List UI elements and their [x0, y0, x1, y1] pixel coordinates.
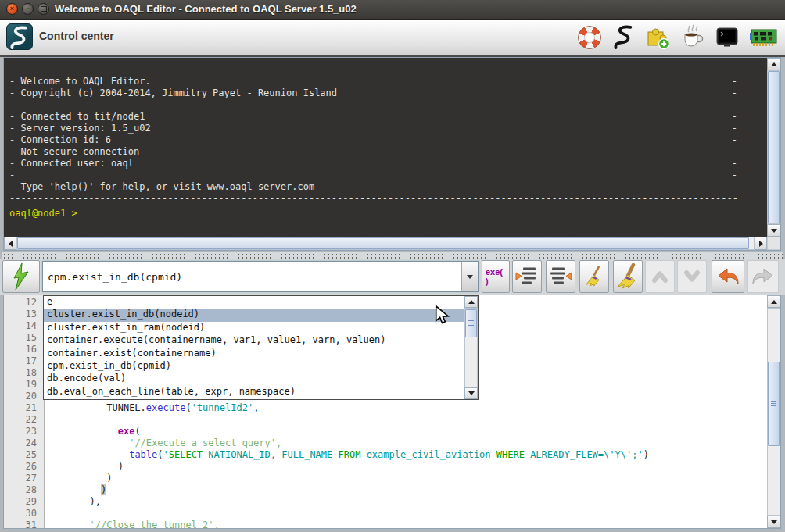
- scroll-up-arrow-icon[interactable]: [767, 58, 780, 70]
- autocomplete-item[interactable]: e: [44, 296, 464, 309]
- coffee-cup-icon: [679, 24, 704, 49]
- line-number: 14: [4, 320, 44, 332]
- autocomplete-item[interactable]: container.exist(containername): [44, 348, 464, 360]
- scroll-up-arrow-icon[interactable]: [767, 295, 780, 308]
- broom-small-icon: [582, 265, 606, 288]
- redo-button[interactable]: [747, 260, 779, 293]
- oaql-snake-logo-icon: [6, 23, 33, 50]
- autocomplete-item[interactable]: container.execute(containername, var1, v…: [44, 334, 464, 347]
- run-button[interactable]: [2, 260, 40, 293]
- chevron-up-icon: [649, 266, 671, 287]
- line-number: 25: [4, 449, 44, 461]
- line-number: 18: [4, 367, 44, 379]
- scroll-down-arrow-icon[interactable]: [767, 224, 780, 237]
- autocomplete-item[interactable]: cluster.exist_in_ram(nodeid): [44, 322, 464, 334]
- format-right-icon: [549, 266, 572, 287]
- line-number: 20: [4, 391, 44, 402]
- puzzle-plus-icon: [645, 24, 670, 49]
- line-number: 15: [4, 332, 44, 344]
- terminal-line: ----------------------------------------…: [9, 193, 737, 205]
- format-indent-right-button[interactable]: [546, 260, 575, 293]
- window-title: Welcome to OAQL Editor - Connected to OA…: [55, 3, 357, 15]
- minimize-button[interactable]: −: [22, 3, 34, 15]
- line-number: 16: [4, 344, 44, 355]
- memory-module-icon: [749, 24, 779, 49]
- terminal-line: --: [9, 170, 737, 181]
- screen-icon: [715, 24, 740, 49]
- line-number: 24: [4, 437, 44, 449]
- undo-button[interactable]: [712, 260, 744, 293]
- command-input[interactable]: [43, 262, 461, 291]
- terminal-line: --: [9, 99, 737, 111]
- line-number: 12: [4, 297, 44, 309]
- java-console-button[interactable]: [679, 24, 705, 51]
- terminal-line: - Connected to tit/node1-: [9, 111, 737, 123]
- terminal-view[interactable]: ----------------------------------------…: [4, 58, 767, 237]
- snake-icon: [611, 24, 636, 49]
- move-up-button[interactable]: [645, 260, 675, 293]
- terminal-line: - Welcome to OAQL Editor.-: [9, 76, 737, 87]
- line-number: 22: [4, 414, 44, 426]
- clean-all-button[interactable]: [613, 260, 643, 293]
- code-line: TUNNEL.execute('tunnelId2',: [50, 402, 767, 414]
- dropdown-scrollbar[interactable]: [464, 296, 478, 399]
- autocomplete-item[interactable]: cpm.exist_in_db(cpmid): [44, 360, 464, 373]
- hardware-button[interactable]: [749, 24, 779, 51]
- terminal-line: ----------------------------------------…: [9, 64, 737, 76]
- editor-vscroll-track[interactable]: [767, 308, 780, 516]
- line-number: 21: [4, 402, 44, 414]
- autocomplete-item[interactable]: db.encode(val): [44, 373, 464, 385]
- code-line: table('SELECT NATIONAL_ID, FULL_NAME FRO…: [50, 449, 767, 461]
- scroll-up-arrow-icon[interactable]: [464, 296, 478, 308]
- scroll-left-arrow-icon[interactable]: [4, 237, 16, 250]
- editor-gutter: 1213141516171819202122232425262728293031: [4, 295, 45, 528]
- snake-button[interactable]: [610, 24, 636, 51]
- terminal-line: - Connection id: 6-: [9, 134, 737, 146]
- line-number: 23: [4, 426, 44, 437]
- terminal-panel: ----------------------------------------…: [3, 57, 781, 251]
- code-line: [50, 508, 767, 520]
- line-number: 19: [4, 379, 44, 391]
- terminal-button[interactable]: [714, 24, 740, 51]
- exe-label-top: exe(: [486, 267, 503, 277]
- terminal-horizontal-scrollbar[interactable]: [4, 237, 767, 250]
- line-number: 13: [4, 309, 44, 320]
- autocomplete-item[interactable]: cluster.exist_in_db(nodeid): [44, 309, 464, 321]
- line-number: 30: [4, 508, 44, 520]
- scroll-down-arrow-icon[interactable]: [767, 516, 780, 528]
- add-plugin-button[interactable]: [644, 24, 671, 51]
- titlebar: × − Welcome to OAQL Editor - Connected t…: [0, 0, 785, 20]
- autocomplete-item[interactable]: db.eval_on_each_line(table, expr, namesp…: [44, 386, 464, 398]
- terminal-line: - Type 'help()' for help, or visit www.o…: [9, 181, 737, 193]
- splitter-handle[interactable]: [2, 252, 783, 259]
- chevron-down-icon: [681, 266, 703, 287]
- clean-button[interactable]: [579, 260, 609, 293]
- maximize-button[interactable]: [38, 3, 49, 15]
- line-number: 17: [4, 355, 44, 367]
- exe-template-button[interactable]: exe( ): [482, 260, 510, 293]
- move-down-button[interactable]: [677, 260, 707, 293]
- dropdown-scroll-track[interactable]: [464, 308, 478, 387]
- terminal-line: - Copyright (c) 2004-2014, Jimmitry Paye…: [9, 87, 737, 99]
- scroll-right-arrow-icon[interactable]: [755, 237, 767, 250]
- code-line: '//Close the tunnel 2',: [50, 520, 767, 528]
- line-number: 29: [4, 496, 44, 508]
- chevron-down-icon: [467, 275, 473, 279]
- close-button[interactable]: ×: [6, 3, 18, 15]
- command-combobox: [42, 261, 479, 292]
- terminal-vertical-scrollbar[interactable]: [767, 58, 780, 237]
- format-left-icon: [515, 266, 539, 287]
- broom-large-icon: [615, 263, 641, 290]
- terminal-line: - Server version: 1.5_u02-: [9, 123, 737, 134]
- scroll-down-arrow-icon[interactable]: [464, 387, 478, 399]
- editor-vertical-scrollbar[interactable]: [767, 295, 780, 528]
- combobox-dropdown-button[interactable]: [461, 262, 478, 291]
- terminal-hscroll-track[interactable]: [16, 237, 755, 250]
- autocomplete-dropdown: ecluster.exist_in_db(nodeid)cluster.exis…: [43, 295, 479, 400]
- code-line: ): [50, 473, 767, 484]
- help-button[interactable]: [576, 24, 603, 51]
- terminal-vscroll-track[interactable]: [767, 70, 780, 224]
- undo-arrow-icon: [716, 266, 740, 287]
- code-line: ): [50, 484, 767, 496]
- format-indent-left-button[interactable]: [512, 260, 542, 293]
